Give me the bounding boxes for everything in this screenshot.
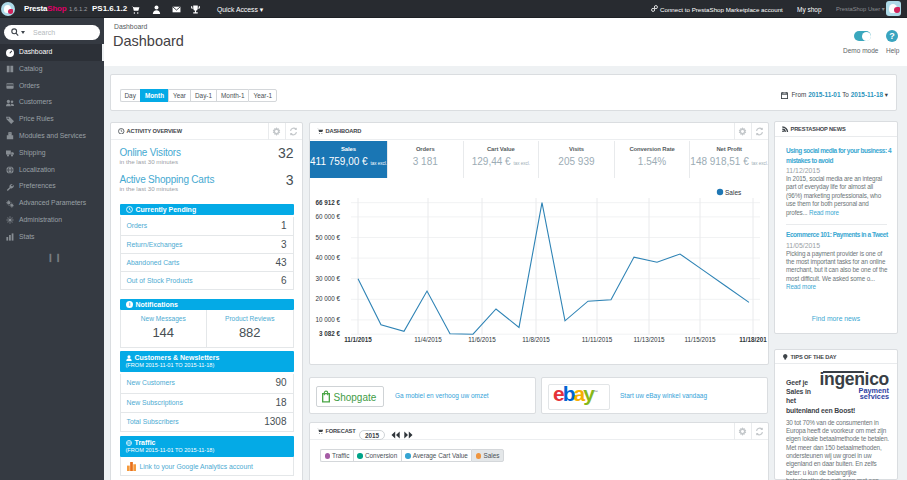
svg-text:11/18/201: 11/18/201 xyxy=(739,336,767,343)
svg-text:60 000 €: 60 000 € xyxy=(315,213,340,220)
svg-text:11/8/2015: 11/8/2015 xyxy=(522,336,550,343)
svg-text:30 000 €: 30 000 € xyxy=(315,275,340,282)
svg-text:11/1/2015: 11/1/2015 xyxy=(344,336,372,343)
svg-text:40 000 €: 40 000 € xyxy=(315,254,340,261)
svg-text:Sales: Sales xyxy=(725,189,742,196)
svg-text:50 000 €: 50 000 € xyxy=(315,234,340,241)
svg-text:20 000 €: 20 000 € xyxy=(315,295,340,302)
svg-text:11/6/2015: 11/6/2015 xyxy=(468,336,496,343)
svg-text:3 082 €: 3 082 € xyxy=(319,330,341,337)
svg-text:11/13/2015: 11/13/2015 xyxy=(633,336,665,343)
svg-text:66 912 €: 66 912 € xyxy=(315,199,340,206)
svg-text:11/15/2015: 11/15/2015 xyxy=(684,336,716,343)
svg-text:11/11/2015: 11/11/2015 xyxy=(582,336,613,343)
svg-text:10 000 €: 10 000 € xyxy=(315,316,340,323)
svg-text:11/4/2015: 11/4/2015 xyxy=(414,336,442,343)
